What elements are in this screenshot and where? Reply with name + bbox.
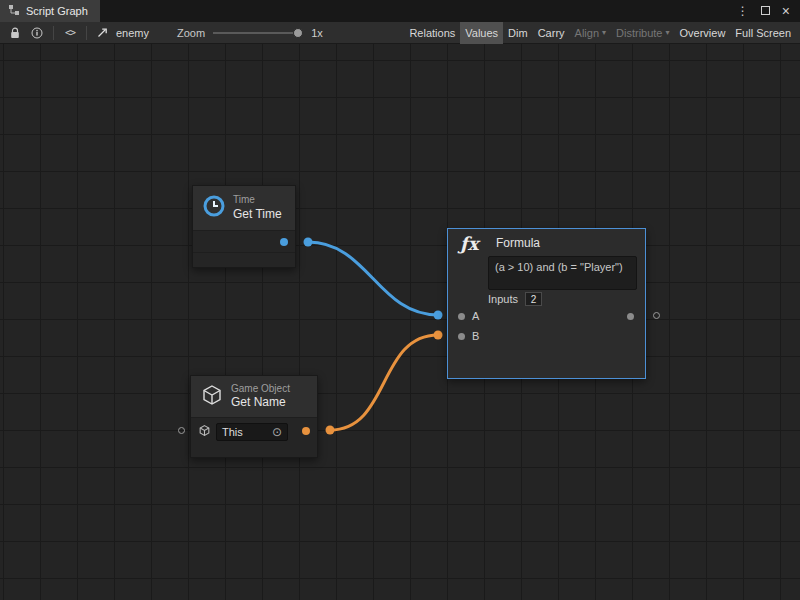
node-header[interactable]: Game Object Get Name xyxy=(191,376,317,418)
wire-get-time-to-formula-a[interactable] xyxy=(308,242,438,315)
maximize-icon[interactable] xyxy=(761,5,770,17)
wire-get-name-to-formula-b[interactable] xyxy=(330,335,438,430)
target-object-dropdown[interactable]: This ⊙ xyxy=(216,423,288,441)
node-get-name[interactable]: Game Object Get Name This ⊙ xyxy=(190,375,318,458)
output-port[interactable] xyxy=(280,238,288,246)
wires-layer xyxy=(0,44,800,600)
output-port[interactable] xyxy=(302,427,310,435)
toolbar-separator xyxy=(86,26,87,40)
inputs-count-field[interactable]: 2 xyxy=(525,292,542,306)
node-title: Get Name xyxy=(231,395,290,410)
output-connection-point[interactable] xyxy=(653,312,660,319)
align-button: Align ▾ xyxy=(570,22,611,44)
node-category: Time xyxy=(233,194,282,207)
wire-endpoint-dot[interactable] xyxy=(434,331,443,340)
values-button[interactable]: Values xyxy=(460,22,503,44)
zoom-label: Zoom xyxy=(177,27,205,39)
node-header[interactable]: ƒx Formula xyxy=(448,229,645,254)
zoom-slider-handle[interactable] xyxy=(293,28,303,38)
graph-toolbar: <> enemy Zoom 1x Relations Values Dim Ca… xyxy=(0,22,800,44)
clock-icon xyxy=(202,194,226,222)
wire-endpoint-dot[interactable] xyxy=(304,238,313,247)
output-port-row xyxy=(193,231,295,253)
distribute-button: Distribute ▾ xyxy=(611,22,674,44)
target-picker-icon[interactable]: ⊙ xyxy=(272,426,282,438)
formula-expression-field[interactable]: (a > 10) and (b = "Player") xyxy=(488,256,637,290)
dropdown-arrow-icon: ▾ xyxy=(666,28,670,37)
cube-icon-small xyxy=(198,423,211,441)
target-value: This xyxy=(222,426,243,438)
zoom-slider[interactable] xyxy=(213,32,301,34)
tab-title: Script Graph xyxy=(26,5,88,17)
toolbar-separator xyxy=(53,26,54,40)
input-port-b[interactable] xyxy=(458,333,465,340)
wire-endpoint-dot[interactable] xyxy=(434,311,443,320)
kebab-menu-icon[interactable]: ⋮ xyxy=(737,5,749,17)
dim-button[interactable]: Dim xyxy=(503,22,533,44)
full-screen-button[interactable]: Full Screen xyxy=(730,22,796,44)
output-port[interactable] xyxy=(627,313,634,320)
graph-canvas[interactable]: Time Get Time ƒx Formula (a > 10) and (b… xyxy=(0,44,800,600)
port-label: B xyxy=(472,330,479,342)
graph-asset-icon xyxy=(92,22,114,44)
graph-name-breadcrumb[interactable]: enemy xyxy=(116,27,149,39)
close-icon[interactable]: × xyxy=(782,4,790,18)
window-controls: ⋮ × xyxy=(737,4,800,18)
node-title: Get Time xyxy=(233,207,282,222)
info-icon[interactable] xyxy=(26,22,48,44)
node-formula[interactable]: ƒx Formula (a > 10) and (b = "Player") I… xyxy=(447,228,646,379)
toolbar-button-group: Relations Values Dim Carry Align ▾ Distr… xyxy=(404,22,796,44)
tab-script-graph[interactable]: Script Graph xyxy=(0,0,100,22)
node-get-time[interactable]: Time Get Time xyxy=(192,185,296,268)
lock-icon[interactable] xyxy=(4,22,26,44)
inputs-label: Inputs xyxy=(488,293,518,305)
carry-button[interactable]: Carry xyxy=(533,22,570,44)
target-row: This ⊙ xyxy=(191,418,317,445)
overview-button[interactable]: Overview xyxy=(675,22,731,44)
input-connection-point[interactable] xyxy=(178,427,185,434)
port-label: A xyxy=(472,310,479,322)
code-view-icon[interactable]: <> xyxy=(59,22,81,44)
formula-fx-icon: ƒx xyxy=(460,233,486,254)
input-row-b: B xyxy=(448,326,645,346)
zoom-value: 1x xyxy=(311,27,323,39)
dropdown-arrow-icon: ▾ xyxy=(602,28,606,37)
wire-endpoint-dot[interactable] xyxy=(326,426,335,435)
input-row-a: A xyxy=(448,306,645,326)
input-port-a[interactable] xyxy=(458,313,465,320)
node-footer xyxy=(191,445,317,457)
node-footer xyxy=(193,253,295,267)
node-header[interactable]: Time Get Time xyxy=(193,186,295,231)
script-graph-icon xyxy=(8,4,20,18)
title-bar: Script Graph ⋮ × xyxy=(0,0,800,22)
node-category: Game Object xyxy=(231,383,290,396)
node-title: Formula xyxy=(496,236,540,250)
cube-icon xyxy=(200,383,224,411)
relations-button[interactable]: Relations xyxy=(404,22,460,44)
